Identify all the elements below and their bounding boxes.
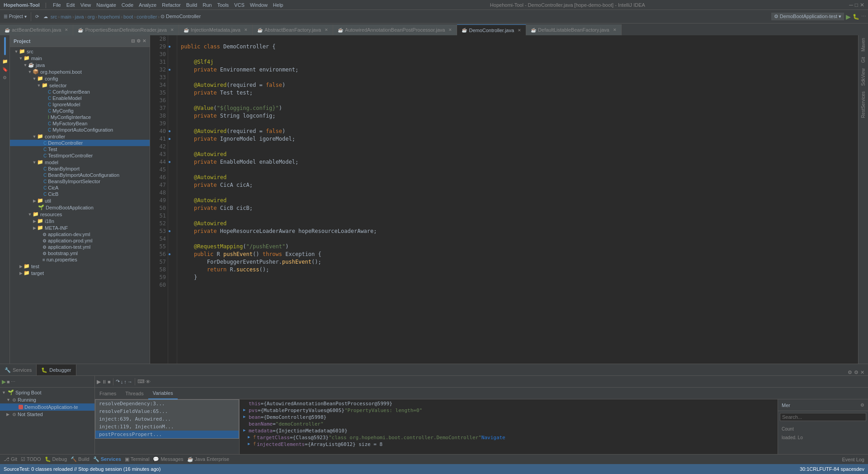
svc-item-democontroller[interactable]: DemoBootApplication-te [0, 403, 94, 411]
close-panel-button-2[interactable]: ✕ [860, 370, 864, 375]
watches-button[interactable]: 👁 [146, 379, 151, 384]
project-icon[interactable]: 📁 [1, 57, 9, 65]
settings-icon[interactable]: ⚙ [137, 38, 141, 43]
callstack-row-3[interactable]: inject:639, Autowired... [95, 415, 239, 423]
svc-item-running[interactable]: ▼ ⚙ Running [0, 396, 94, 403]
step-out-button[interactable]: ↑ [124, 379, 127, 384]
run-to-cursor-button[interactable]: → [127, 379, 132, 384]
menu-analyze[interactable]: Analyze [136, 0, 159, 10]
tree-item-beansbyimportselector[interactable]: C BeansByImportSelector [10, 178, 150, 185]
menu-refactor[interactable]: Refactor [159, 0, 184, 10]
tree-item-target[interactable]: ▶ 📁 target [10, 270, 150, 276]
debug-var-beanname[interactable]: beanName = "demoController" [240, 421, 778, 427]
structure-icon[interactable]: ⚙ [1, 73, 9, 81]
debug-var-pvs[interactable]: ▶ pvs = {MutablePropertyValues@6005} "Pr… [240, 407, 778, 414]
tree-item-cica[interactable]: C CicA [10, 185, 150, 191]
code-editor[interactable]: public class DemoController { @Slf4j pri… [177, 35, 858, 364]
debug-tab-threads[interactable]: Threads [121, 388, 148, 399]
tree-item-enablemodel[interactable]: C EnableModel [10, 95, 150, 101]
menu-file[interactable]: File [50, 0, 64, 10]
breadcrumb-boot[interactable]: boot [123, 14, 133, 19]
callstack-row-4[interactable]: inject:119, InjectionM... [95, 423, 239, 431]
bottom-tab-services[interactable]: 🔧 Services [0, 365, 37, 375]
navigate-link[interactable]: Navigate [481, 435, 505, 441]
evaluate-button[interactable]: ⌨ [137, 379, 145, 384]
tree-item-runprops[interactable]: ≡ run.properties [10, 256, 150, 263]
tree-item-java[interactable]: ▼ ☕ java [10, 62, 150, 68]
menu-code[interactable]: Code [119, 0, 136, 10]
tab-close-3[interactable]: ✕ [244, 28, 248, 32]
maximize-button[interactable]: □ [855, 2, 858, 8]
tree-item-myimportautoconfig[interactable]: C MyImportAutoConfiguration [10, 127, 150, 133]
debug-run-button[interactable]: 🐛 [853, 14, 859, 20]
debug-pause-button[interactable]: ⏸ [102, 379, 107, 384]
maven-vtab[interactable]: Maven [861, 35, 866, 54]
tree-item-config[interactable]: ▼ 📁 config [10, 75, 150, 82]
tree-item-test[interactable]: C Test [10, 146, 150, 152]
menu-help[interactable]: Help [270, 0, 286, 10]
services-more-button[interactable]: ⋯ [11, 379, 15, 384]
toolbar-btn-1[interactable]: ⟳ [33, 13, 41, 20]
tab-actbeandefinition[interactable]: ☕ actBeanDefinition.java ✕ [0, 24, 73, 35]
step-over-button[interactable]: ↷ [116, 379, 120, 384]
callstack-row-2[interactable]: resolveFieldValue:65... [95, 408, 239, 415]
debug-var-this[interactable]: this = {AutowiredAnnotationBeanPostProce… [240, 400, 778, 407]
debug-tab-frames[interactable]: Frames [95, 388, 121, 399]
debug-bottom-button[interactable]: 🐛 Debug [45, 456, 67, 462]
menu-view[interactable]: View [78, 0, 94, 10]
menu-vcs[interactable]: VCS [231, 0, 247, 10]
callstack-row-1[interactable]: resolveDependency:3... [95, 400, 239, 408]
breadcrumb-org[interactable]: org [87, 14, 94, 19]
gear-panel-button[interactable]: ⚙ [854, 370, 859, 375]
tree-item-util[interactable]: ▶ 📁 util [10, 197, 150, 204]
debug-stop-button[interactable]: ■ [108, 379, 111, 384]
tree-item-beanbyimportauto[interactable]: C BeanByImportAutoConfiguration [10, 172, 150, 178]
bookmark-icon[interactable]: 🔖 [1, 65, 9, 73]
breadcrumb-controller[interactable]: controller [137, 14, 157, 19]
vars-settings-button[interactable]: ⚙ [860, 403, 864, 408]
tree-item-myfactorybean[interactable]: C MyFactoryBean [10, 120, 150, 127]
menu-build[interactable]: Build [184, 0, 200, 10]
settings-panel-button[interactable]: ⚙ [848, 370, 852, 375]
run-button[interactable]: ▶ [846, 13, 851, 20]
messages-bottom-button[interactable]: 💬 Messages [153, 456, 183, 462]
tree-item-configinnerbean[interactable]: C ConfigInnerBean [10, 89, 150, 95]
tree-item-testsrc[interactable]: ▶ 📁 test [10, 263, 150, 270]
bottom-tab-debugger[interactable]: 🐛 Debugger [37, 365, 76, 375]
menu-edit[interactable]: Edit [64, 0, 78, 10]
tree-item-bootstrap[interactable]: ⚙ bootstrap.yml [10, 250, 150, 256]
debug-var-metadata[interactable]: ▶ metadata = {InjectionMetadata@6010} [240, 427, 778, 434]
tree-item-democontroller[interactable]: C DemoController [10, 140, 150, 146]
toolbar-more[interactable]: ⋯ [861, 14, 866, 19]
svc-item-springboot[interactable]: ▼ 🌱 Spring Boot [0, 389, 94, 396]
tree-item-apptest[interactable]: ⚙ application-test.yml [10, 244, 150, 250]
tree-item-appprod[interactable]: ⚙ application-prod.yml [10, 237, 150, 244]
svc-item-notstarted[interactable]: ▶ ⚙ Not Started [0, 411, 94, 418]
vars-search-input[interactable] [780, 413, 866, 421]
tree-item-testimportcontroller[interactable]: C TestImportController [10, 152, 150, 159]
run-config-selector[interactable]: ⚙ DemoBootApplication-test ▾ [771, 13, 844, 20]
tab-close-1[interactable]: ✕ [65, 28, 68, 32]
debug-var-injected[interactable]: ▶ f injectedElements = {ArrayList@6012} … [240, 441, 778, 448]
tree-item-ignoremodel[interactable]: C IgnoreModel [10, 101, 150, 108]
tab-injectionmetadata[interactable]: ☕ InjectionMetadata.java ✕ [179, 24, 253, 35]
tree-item-package[interactable]: ▼ 📦 org.hopehomi.boot [10, 68, 150, 75]
tab-defaultlistablebean[interactable]: ☕ DefaultListableBeanFactory.java ✕ [526, 24, 622, 35]
tree-item-cicb[interactable]: C CicB [10, 191, 150, 197]
services-bottom-button[interactable]: 🔧 Services [93, 456, 121, 462]
breadcrumb-java[interactable]: java [75, 14, 84, 19]
tab-close-4[interactable]: ✕ [325, 28, 328, 32]
tab-abstractbeanfactory[interactable]: ☕ AbstractBeanFactory.java ✕ [253, 24, 333, 35]
tab-propertiesbeandefinitionreader[interactable]: ☕ PropertiesBeanDefinitionReader.java ✕ [73, 24, 179, 35]
event-log-button[interactable]: Event Log [842, 457, 864, 462]
collapse-all-button[interactable]: ⊟ [131, 38, 135, 43]
debug-tab-variables[interactable]: Variables [148, 388, 178, 399]
tree-item-myconfiginterface[interactable]: I MyConfigInterface [10, 114, 150, 120]
menu-window[interactable]: Window [247, 0, 270, 10]
java-enterprise-bottom-button[interactable]: ☕ Java Enterprise [187, 456, 229, 462]
build-bottom-button[interactable]: 🔨 Build [71, 456, 90, 462]
debug-var-targetclass[interactable]: ▶ f targetClass = {Class@5923} "class or… [240, 434, 778, 441]
close-panel-button[interactable]: ✕ [142, 38, 146, 43]
restart-service-button[interactable]: ▶ [2, 379, 6, 385]
project-selector[interactable]: ☰ Project ▾ [2, 13, 28, 20]
